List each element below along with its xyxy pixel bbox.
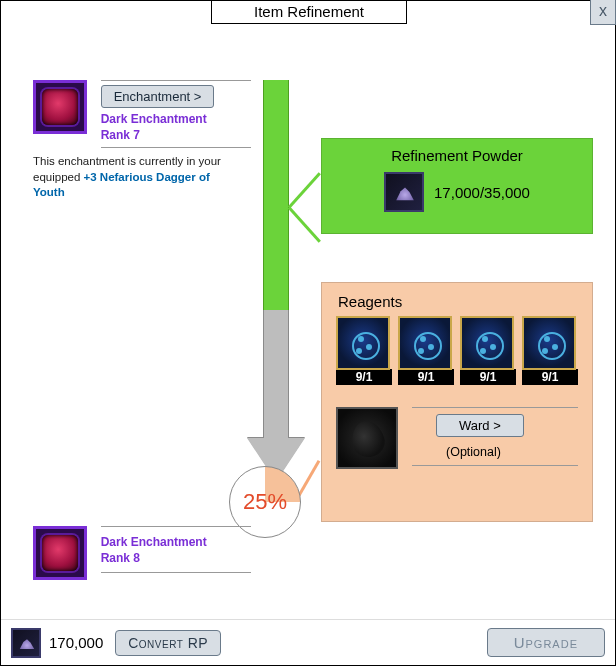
divider [412, 407, 578, 408]
titlebar: Item Refinement x [1, 0, 615, 26]
source-item-name-line1: Dark Enchantment [101, 112, 207, 126]
convert-rp-button[interactable]: Convert RP [115, 630, 221, 656]
powder-icon[interactable] [384, 172, 424, 212]
reagents-panel-title: Reagents [322, 283, 592, 316]
enchantment-gem-icon [33, 526, 87, 580]
ward-row: Ward > (Optional) [322, 385, 592, 472]
reagent-icon [398, 316, 452, 370]
reagent-icon [522, 316, 576, 370]
reagents-panel: Reagents 9/1 9/1 9/1 9/1 [321, 282, 593, 522]
content-area: Enchantment > Dark Enchantment Rank 7 Th… [1, 26, 615, 619]
reagent-slot[interactable]: 9/1 [460, 316, 516, 385]
divider [101, 526, 251, 527]
ward-optional-label: (Optional) [446, 445, 578, 459]
divider [101, 147, 251, 148]
refinement-window: Item Refinement x Enchantment > Dark Enc… [0, 0, 616, 666]
source-item-name-line2: Rank 7 [101, 128, 140, 142]
source-enchantment-block: Enchantment > Dark Enchantment Rank 7 Th… [33, 80, 251, 152]
divider [412, 465, 578, 466]
powder-amount: 17,000/35,000 [434, 184, 530, 201]
divider [101, 80, 251, 81]
rp-balance: 170,000 [49, 634, 103, 651]
footer-bar: 170,000 Convert RP Upgrade [1, 619, 615, 665]
reagent-count: 9/1 [398, 369, 454, 385]
reagent-icon [336, 316, 390, 370]
result-enchantment-block: Dark Enchantment Rank 8 [33, 526, 251, 580]
powder-panel-title: Refinement Powder [322, 139, 592, 164]
arrow-empty-segment [263, 310, 289, 440]
enchantment-select-button[interactable]: Enchantment > [101, 85, 215, 108]
reagent-slots: 9/1 9/1 9/1 9/1 [322, 316, 592, 385]
close-button[interactable]: x [590, 0, 616, 25]
refinement-powder-panel: Refinement Powder 17,000/35,000 [321, 138, 593, 234]
reagent-count: 9/1 [336, 369, 392, 385]
reagent-slot[interactable]: 9/1 [522, 316, 578, 385]
success-chance-value: 25% [243, 489, 287, 515]
source-item-name: Dark Enchantment Rank 7 [101, 112, 251, 143]
progress-arrow [249, 80, 305, 490]
reagent-slot[interactable]: 9/1 [336, 316, 392, 385]
divider [101, 572, 251, 573]
upgrade-button[interactable]: Upgrade [487, 628, 605, 657]
result-item-name: Dark Enchantment Rank 8 [101, 535, 251, 566]
enchantment-gem-icon[interactable] [33, 80, 87, 134]
window-title: Item Refinement [211, 0, 407, 24]
ward-select-button[interactable]: Ward > [436, 414, 524, 437]
powder-icon [11, 628, 41, 658]
result-item-name-line2: Rank 8 [101, 551, 140, 565]
reagent-icon [460, 316, 514, 370]
reagent-count: 9/1 [522, 369, 578, 385]
reagent-slot[interactable]: 9/1 [398, 316, 454, 385]
ward-slot-icon[interactable] [336, 407, 398, 469]
arrow-filled-segment [263, 80, 289, 310]
source-item-note: This enchantment is currently in your eq… [33, 154, 243, 201]
reagent-count: 9/1 [460, 369, 516, 385]
result-item-name-line1: Dark Enchantment [101, 535, 207, 549]
